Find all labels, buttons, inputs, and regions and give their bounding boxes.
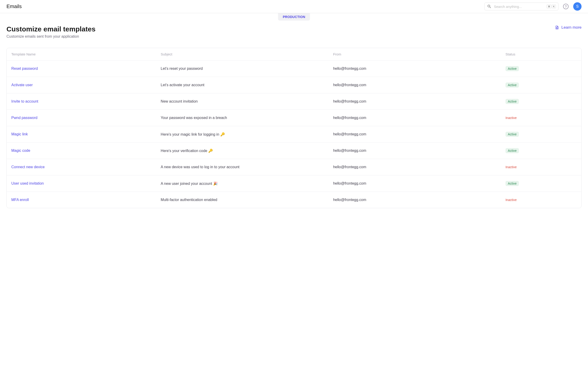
status-badge: Inactive: [506, 164, 519, 170]
template-subject: Here's your verification code 🔑: [156, 143, 328, 159]
template-from: hello@frontegg.com: [328, 192, 501, 208]
template-from: hello@frontegg.com: [328, 175, 501, 192]
template-subject: A new user joined your account 🎉: [156, 175, 328, 192]
col-header-subject: Subject: [156, 48, 328, 61]
search-input[interactable]: [494, 5, 547, 9]
table-row[interactable]: Magic codeHere's your verification code …: [7, 143, 581, 159]
table-row[interactable]: Activate userLet's activate your account…: [7, 77, 581, 93]
table-row[interactable]: Reset passwordLet's reset your passwordh…: [7, 61, 581, 77]
page-title-row: Customize email templates Learn more: [6, 25, 582, 33]
template-name-link[interactable]: Reset password: [11, 67, 38, 70]
kbd-cmd: ⌘: [547, 5, 551, 8]
page-section-title: Emails: [6, 3, 22, 10]
template-subject: New account invitation: [156, 93, 328, 110]
search-box[interactable]: ⌘ K: [484, 2, 558, 10]
template-subject: Let's reset your password: [156, 61, 328, 77]
table-row[interactable]: Pwnd passwordYour password was exposed i…: [7, 110, 581, 126]
status-badge: Active: [506, 82, 519, 88]
status-badge: Active: [506, 132, 519, 137]
template-name-link[interactable]: Activate user: [11, 83, 33, 87]
template-name-link[interactable]: MFA enroll: [11, 198, 29, 202]
learn-more-link[interactable]: Learn more: [555, 25, 582, 30]
templates-table-wrap: Template Name Subject From Status Reset …: [6, 48, 582, 208]
status-badge: Active: [506, 66, 519, 71]
table-row[interactable]: Magic linkHere's your magic link for log…: [7, 126, 581, 143]
template-name-link[interactable]: Invite to account: [11, 99, 38, 103]
env-badge-row: PRODUCTION: [6, 13, 582, 21]
table-row[interactable]: Invite to accountNew account invitationh…: [7, 93, 581, 110]
template-name-link[interactable]: Magic link: [11, 132, 28, 136]
table-row[interactable]: Connect new deviceA new device was used …: [7, 159, 581, 175]
learn-more-label: Learn more: [561, 25, 582, 30]
search-shortcut: ⌘ K: [547, 5, 556, 8]
environment-badge: PRODUCTION: [278, 13, 310, 21]
table-row[interactable]: User used invitationA new user joined yo…: [7, 175, 581, 192]
col-header-name: Template Name: [7, 48, 156, 61]
template-name-link[interactable]: Connect new device: [11, 165, 45, 169]
search-icon: [487, 4, 492, 9]
template-subject: Multi-factor authentication enabled: [156, 192, 328, 208]
table-row[interactable]: MFA enrollMulti-factor authentication en…: [7, 192, 581, 208]
header-right: ⌘ K ? S: [484, 2, 582, 11]
template-name-link[interactable]: Magic code: [11, 148, 30, 152]
status-badge: Inactive: [506, 115, 519, 120]
template-from: hello@frontegg.com: [328, 77, 501, 93]
document-icon: [555, 26, 559, 29]
template-name-link[interactable]: Pwnd password: [11, 116, 38, 120]
template-subject: A new device was used to log in to your …: [156, 159, 328, 175]
templates-table: Template Name Subject From Status Reset …: [7, 48, 581, 208]
template-subject: Let's activate your account: [156, 77, 328, 93]
template-from: hello@frontegg.com: [328, 159, 501, 175]
page-subtitle: Customize emails sent from your applicat…: [6, 34, 582, 39]
status-badge: Active: [506, 181, 519, 186]
template-from: hello@frontegg.com: [328, 93, 501, 110]
template-subject: Your password was exposed in a breach: [156, 110, 328, 126]
help-button[interactable]: ?: [563, 4, 569, 9]
content: PRODUCTION Customize email templates Lea…: [0, 13, 588, 215]
page-title: Customize email templates: [6, 25, 96, 33]
status-badge: Active: [506, 148, 519, 153]
status-badge: Active: [506, 99, 519, 104]
col-header-from: From: [328, 48, 501, 61]
kbd-k: K: [552, 5, 556, 8]
avatar[interactable]: S: [573, 2, 582, 11]
template-from: hello@frontegg.com: [328, 61, 501, 77]
template-name-link[interactable]: User used invitation: [11, 181, 44, 185]
template-subject: Here's your magic link for logging in 🔑: [156, 126, 328, 143]
status-badge: Inactive: [506, 197, 519, 202]
col-header-status: Status: [501, 48, 581, 61]
template-from: hello@frontegg.com: [328, 126, 501, 143]
template-from: hello@frontegg.com: [328, 143, 501, 159]
top-header: Emails ⌘ K ? S: [0, 0, 588, 13]
template-from: hello@frontegg.com: [328, 110, 501, 126]
